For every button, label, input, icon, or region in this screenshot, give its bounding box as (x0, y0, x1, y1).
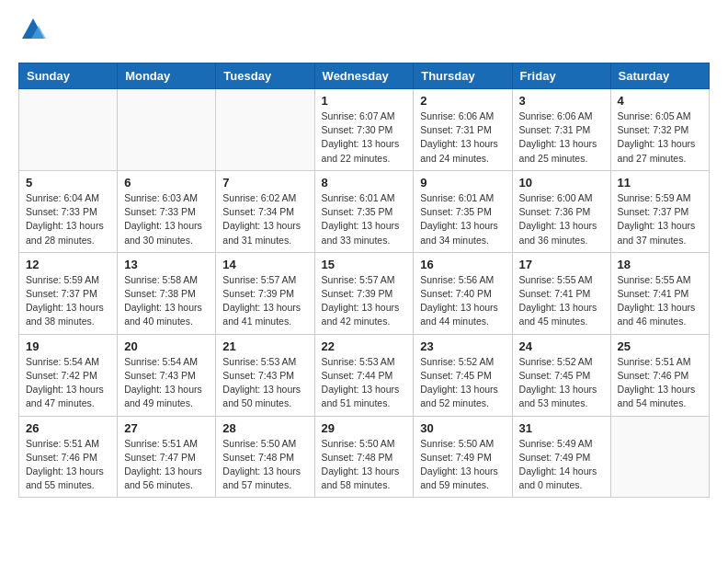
calendar-day-cell: 5Sunrise: 6:04 AM Sunset: 7:33 PM Daylig… (19, 170, 118, 252)
calendar-day-cell (216, 89, 314, 171)
day-number: 15 (322, 258, 407, 271)
calendar-day-cell (19, 89, 118, 171)
day-info: Sunrise: 5:51 AM Sunset: 7:47 PM Dayligh… (124, 437, 209, 493)
calendar-day-cell: 6Sunrise: 6:03 AM Sunset: 7:33 PM Daylig… (118, 170, 216, 252)
calendar-day-cell: 1Sunrise: 6:07 AM Sunset: 7:30 PM Daylig… (314, 89, 414, 171)
day-number: 7 (222, 176, 307, 190)
day-info: Sunrise: 6:05 AM Sunset: 7:32 PM Dayligh… (618, 109, 702, 166)
calendar-day-cell: 2Sunrise: 6:06 AM Sunset: 7:31 PM Daylig… (414, 89, 512, 171)
day-number: 26 (26, 421, 110, 435)
day-number: 21 (222, 339, 307, 353)
day-info: Sunrise: 6:01 AM Sunset: 7:35 PM Dayligh… (322, 191, 407, 247)
day-info: Sunrise: 5:53 AM Sunset: 7:43 PM Dayligh… (222, 355, 307, 411)
calendar-day-cell: 30Sunrise: 5:50 AM Sunset: 7:49 PM Dayli… (414, 416, 512, 498)
calendar-day-cell: 27Sunrise: 5:51 AM Sunset: 7:47 PM Dayli… (118, 416, 216, 498)
day-info: Sunrise: 5:52 AM Sunset: 7:45 PM Dayligh… (420, 355, 505, 411)
day-number: 16 (420, 258, 505, 271)
day-info: Sunrise: 5:59 AM Sunset: 7:37 PM Dayligh… (26, 273, 110, 329)
day-info: Sunrise: 6:04 AM Sunset: 7:33 PM Dayligh… (26, 191, 110, 247)
day-number: 8 (322, 176, 407, 190)
calendar-week-row: 12Sunrise: 5:59 AM Sunset: 7:37 PM Dayli… (19, 252, 710, 334)
day-info: Sunrise: 5:49 AM Sunset: 7:49 PM Dayligh… (519, 437, 604, 493)
calendar-day-cell: 28Sunrise: 5:50 AM Sunset: 7:48 PM Dayli… (216, 416, 314, 498)
calendar-day-cell (610, 416, 709, 498)
day-info: Sunrise: 5:50 AM Sunset: 7:48 PM Dayligh… (222, 437, 307, 493)
day-info: Sunrise: 6:06 AM Sunset: 7:31 PM Dayligh… (519, 109, 604, 166)
day-number: 29 (322, 421, 407, 435)
calendar-day-cell: 8Sunrise: 6:01 AM Sunset: 7:35 PM Daylig… (314, 170, 414, 252)
day-info: Sunrise: 6:03 AM Sunset: 7:33 PM Dayligh… (124, 191, 209, 247)
calendar-week-row: 5Sunrise: 6:04 AM Sunset: 7:33 PM Daylig… (19, 170, 710, 252)
day-number: 22 (322, 339, 407, 353)
calendar-table: SundayMondayTuesdayWednesdayThursdayFrid… (18, 63, 710, 498)
calendar-day-cell: 10Sunrise: 6:00 AM Sunset: 7:36 PM Dayli… (512, 170, 610, 252)
day-info: Sunrise: 6:02 AM Sunset: 7:34 PM Dayligh… (222, 191, 307, 247)
day-number: 10 (519, 176, 604, 190)
calendar-day-cell: 19Sunrise: 5:54 AM Sunset: 7:42 PM Dayli… (19, 334, 118, 416)
day-info: Sunrise: 5:56 AM Sunset: 7:40 PM Dayligh… (420, 273, 505, 329)
calendar-day-cell: 17Sunrise: 5:55 AM Sunset: 7:41 PM Dayli… (512, 252, 610, 334)
day-info: Sunrise: 6:06 AM Sunset: 7:31 PM Dayligh… (420, 109, 505, 166)
calendar-day-cell: 15Sunrise: 5:57 AM Sunset: 7:39 PM Dayli… (314, 252, 414, 334)
day-number: 6 (124, 176, 209, 190)
day-info: Sunrise: 5:54 AM Sunset: 7:43 PM Dayligh… (124, 355, 209, 411)
day-number: 5 (26, 176, 110, 190)
weekday-header: Thursday (414, 63, 512, 89)
calendar-day-cell: 23Sunrise: 5:52 AM Sunset: 7:45 PM Dayli… (414, 334, 512, 416)
calendar-day-cell: 12Sunrise: 5:59 AM Sunset: 7:37 PM Dayli… (19, 252, 118, 334)
day-number: 28 (222, 421, 307, 435)
calendar-week-row: 1Sunrise: 6:07 AM Sunset: 7:30 PM Daylig… (19, 89, 710, 171)
day-info: Sunrise: 6:00 AM Sunset: 7:36 PM Dayligh… (519, 191, 604, 247)
day-info: Sunrise: 5:51 AM Sunset: 7:46 PM Dayligh… (26, 437, 110, 493)
day-number: 27 (124, 421, 209, 435)
day-info: Sunrise: 5:55 AM Sunset: 7:41 PM Dayligh… (519, 273, 604, 329)
day-info: Sunrise: 5:58 AM Sunset: 7:38 PM Dayligh… (124, 273, 209, 329)
day-number: 31 (519, 421, 604, 435)
day-number: 20 (124, 339, 209, 353)
day-number: 23 (420, 339, 505, 353)
day-info: Sunrise: 5:50 AM Sunset: 7:48 PM Dayligh… (322, 437, 407, 493)
day-number: 25 (618, 339, 702, 353)
day-number: 30 (420, 421, 505, 435)
day-number: 24 (519, 339, 604, 353)
calendar-day-cell: 4Sunrise: 6:05 AM Sunset: 7:32 PM Daylig… (610, 89, 709, 171)
calendar-day-cell: 11Sunrise: 5:59 AM Sunset: 7:37 PM Dayli… (610, 170, 709, 252)
day-info: Sunrise: 5:50 AM Sunset: 7:49 PM Dayligh… (420, 437, 505, 493)
weekday-header: Tuesday (216, 63, 314, 89)
day-info: Sunrise: 5:53 AM Sunset: 7:44 PM Dayligh… (322, 355, 407, 411)
day-number: 17 (519, 258, 604, 271)
calendar-day-cell: 25Sunrise: 5:51 AM Sunset: 7:46 PM Dayli… (610, 334, 709, 416)
weekday-header: Sunday (19, 63, 118, 89)
day-number: 1 (322, 94, 407, 108)
calendar-day-cell: 20Sunrise: 5:54 AM Sunset: 7:43 PM Dayli… (118, 334, 216, 416)
calendar-day-cell: 16Sunrise: 5:56 AM Sunset: 7:40 PM Dayli… (414, 252, 512, 334)
calendar-day-cell: 3Sunrise: 6:06 AM Sunset: 7:31 PM Daylig… (512, 89, 610, 171)
calendar-day-cell: 14Sunrise: 5:57 AM Sunset: 7:39 PM Dayli… (216, 252, 314, 334)
weekday-header: Wednesday (314, 63, 414, 89)
day-number: 14 (222, 258, 307, 271)
calendar-day-cell: 29Sunrise: 5:50 AM Sunset: 7:48 PM Dayli… (314, 416, 414, 498)
calendar-day-cell: 18Sunrise: 5:55 AM Sunset: 7:41 PM Dayli… (610, 252, 709, 334)
day-info: Sunrise: 5:57 AM Sunset: 7:39 PM Dayligh… (222, 273, 307, 329)
logo-icon (20, 17, 46, 42)
day-info: Sunrise: 5:57 AM Sunset: 7:39 PM Dayligh… (322, 273, 407, 329)
day-number: 3 (519, 94, 604, 108)
calendar-day-cell: 24Sunrise: 5:52 AM Sunset: 7:45 PM Dayli… (512, 334, 610, 416)
logo (18, 18, 46, 49)
day-number: 19 (26, 339, 110, 353)
day-info: Sunrise: 6:07 AM Sunset: 7:30 PM Dayligh… (322, 109, 407, 166)
calendar-day-cell: 31Sunrise: 5:49 AM Sunset: 7:49 PM Dayli… (512, 416, 610, 498)
calendar-day-cell: 13Sunrise: 5:58 AM Sunset: 7:38 PM Dayli… (118, 252, 216, 334)
calendar-day-cell: 26Sunrise: 5:51 AM Sunset: 7:46 PM Dayli… (19, 416, 118, 498)
day-number: 12 (26, 258, 110, 271)
calendar-day-cell: 7Sunrise: 6:02 AM Sunset: 7:34 PM Daylig… (216, 170, 314, 252)
day-number: 18 (618, 258, 702, 271)
calendar-day-cell: 9Sunrise: 6:01 AM Sunset: 7:35 PM Daylig… (414, 170, 512, 252)
day-number: 9 (420, 176, 505, 190)
day-number: 13 (124, 258, 209, 271)
day-number: 2 (420, 94, 505, 108)
calendar-header-row: SundayMondayTuesdayWednesdayThursdayFrid… (19, 63, 710, 89)
page-header (18, 18, 710, 49)
day-info: Sunrise: 5:52 AM Sunset: 7:45 PM Dayligh… (519, 355, 604, 411)
weekday-header: Saturday (610, 63, 709, 89)
